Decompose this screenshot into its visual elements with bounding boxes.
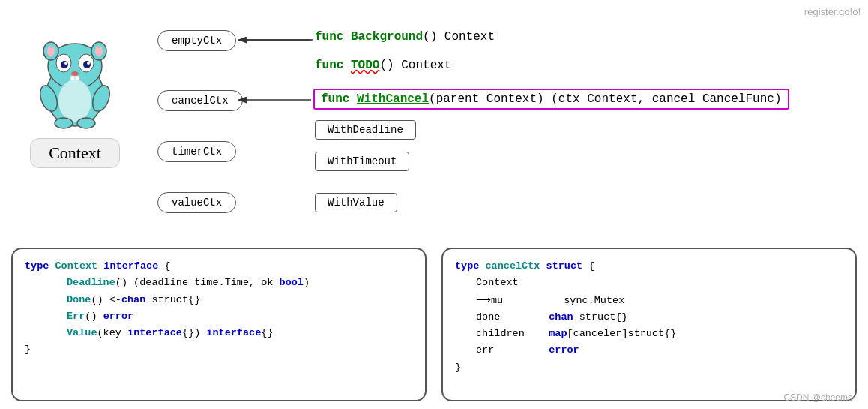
code-line-1: type Context interface {: [25, 258, 413, 275]
code-line-4: Err() error: [46, 308, 413, 325]
struct-line-4: done chan struct{}: [455, 309, 843, 326]
struct-line-6: err error: [455, 342, 843, 359]
code-line-5: Value(key interface{}) interface{}: [46, 325, 413, 341]
gopher-area: emptyCtx Context: [7, 15, 142, 188]
bottom-section: type Context interface { Deadline() (dea…: [0, 240, 868, 409]
method-withdeadline: WithDeadline: [315, 120, 416, 140]
struct-line-5: children map[canceler]struct{}: [455, 326, 843, 342]
svg-point-10: [64, 62, 67, 65]
method-withtimeout: WithTimeout: [315, 152, 409, 171]
func-todo: func TODO() Context: [315, 59, 451, 72]
svg-point-4: [47, 46, 55, 56]
diagram-section: register.go!o!: [0, 0, 868, 240]
struct-line-7: }: [455, 359, 843, 376]
arrows-svg: [150, 8, 868, 233]
diagram-area: emptyCtx cancelCtx timerCtx valueCtx: [150, 8, 868, 233]
svg-point-18: [55, 118, 73, 128]
func-withcancel: func WithCancel(parent Context) (ctx Con…: [313, 89, 789, 110]
cancelctx-struct-block: type cancelCtx struct { Context ⟶mu sync…: [441, 248, 857, 401]
code-line-3: Done() <-chan struct{}: [46, 292, 413, 308]
struct-line-2: Context: [455, 275, 843, 291]
context-label: emptyCtx Context: [30, 138, 120, 168]
code-line-6: }: [25, 341, 413, 358]
func-background: func Background() Context: [315, 30, 495, 44]
struct-line-3: ⟶mu sync.Mutex: [455, 292, 843, 309]
context-interface-block: type Context interface { Deadline() (dea…: [11, 248, 427, 401]
gopher-icon: [30, 35, 120, 132]
svg-point-19: [77, 118, 95, 128]
struct-line-1: type cancelCtx struct {: [455, 258, 843, 275]
svg-point-17: [58, 80, 91, 122]
svg-point-12: [71, 71, 79, 76]
code-line-2: Deadline() (deadline time.Time, ok bool): [46, 275, 413, 291]
method-withvalue: WithValue: [315, 193, 397, 212]
svg-point-5: [95, 46, 103, 56]
svg-point-11: [87, 62, 90, 65]
watermark-csdn: CSDN @cheems~: [783, 392, 858, 403]
svg-point-9: [83, 61, 91, 68]
svg-point-8: [61, 61, 68, 68]
